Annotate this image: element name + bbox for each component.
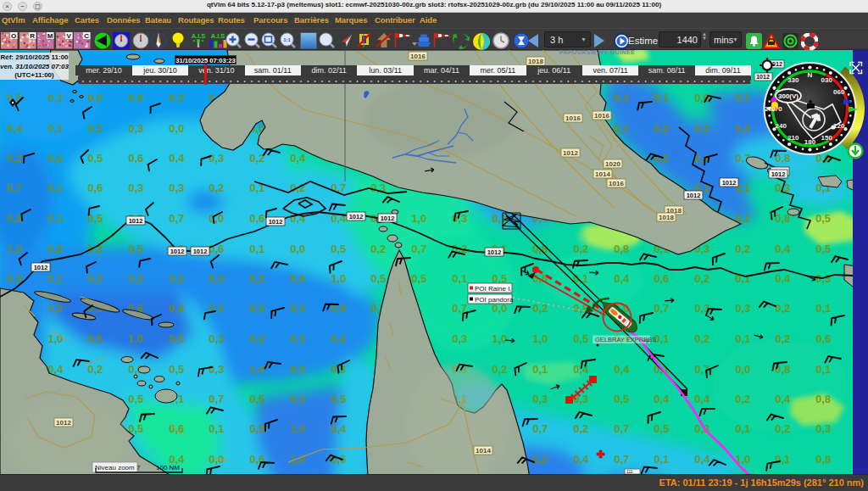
svg-text:0,2: 0,2 bbox=[249, 332, 264, 345]
svg-text:0,1: 0,1 bbox=[654, 92, 669, 104]
svg-text:0,4: 0,4 bbox=[735, 122, 751, 135]
svg-text:0,5: 0,5 bbox=[87, 212, 103, 225]
svg-text:0,6: 0,6 bbox=[290, 272, 305, 285]
svg-text:0,1: 0,1 bbox=[452, 272, 467, 285]
svg-text:0,7: 0,7 bbox=[411, 243, 426, 255]
svg-text:1018: 1018 bbox=[528, 58, 543, 65]
svg-text:0,5: 0,5 bbox=[128, 393, 143, 405]
svg-text:1012: 1012 bbox=[269, 218, 283, 226]
svg-text:1016: 1016 bbox=[410, 53, 426, 60]
svg-text:0,6: 0,6 bbox=[169, 422, 184, 435]
svg-text:060: 060 bbox=[833, 88, 845, 96]
svg-text:0,2: 0,2 bbox=[169, 92, 184, 104]
svg-text:180: 180 bbox=[804, 138, 816, 146]
svg-text:0,3: 0,3 bbox=[128, 122, 143, 135]
svg-text:POI pandora: POI pandora bbox=[475, 296, 514, 304]
svg-text:0,2: 0,2 bbox=[694, 152, 709, 165]
svg-text:1012: 1012 bbox=[34, 264, 48, 271]
svg-text:0,2: 0,2 bbox=[694, 272, 709, 285]
svg-text:0,1: 0,1 bbox=[614, 122, 629, 135]
svg-text:0,8: 0,8 bbox=[775, 212, 790, 225]
svg-text:POI Raine I.: POI Raine I. bbox=[475, 285, 512, 293]
svg-text:0,2: 0,2 bbox=[249, 152, 264, 165]
svg-text:0,2: 0,2 bbox=[775, 332, 790, 345]
svg-text:0,8: 0,8 bbox=[47, 243, 63, 255]
svg-text:0,2: 0,2 bbox=[573, 422, 588, 435]
svg-text:0,1: 0,1 bbox=[775, 453, 790, 466]
svg-text:0,2: 0,2 bbox=[370, 243, 386, 255]
svg-text:M: M bbox=[47, 32, 53, 40]
svg-text:1012: 1012 bbox=[129, 217, 143, 225]
svg-text:1016: 1016 bbox=[594, 112, 609, 120]
svg-text:0,3: 0,3 bbox=[735, 302, 750, 315]
svg-text:0,2: 0,2 bbox=[532, 302, 548, 315]
svg-text:0,7: 0,7 bbox=[532, 422, 548, 435]
svg-text:0,5: 0,5 bbox=[290, 363, 305, 376]
svg-text:0,4: 0,4 bbox=[775, 272, 791, 285]
svg-text:A.I.S: A.I.S bbox=[211, 32, 225, 40]
svg-text:1,0: 1,0 bbox=[47, 332, 63, 345]
svg-text:0,1: 0,1 bbox=[47, 181, 63, 194]
svg-text:0,0: 0,0 bbox=[735, 363, 750, 376]
svg-text:0,5: 0,5 bbox=[169, 363, 184, 376]
svg-text:0,1: 0,1 bbox=[47, 272, 63, 285]
svg-text:0,2: 0,2 bbox=[87, 363, 103, 376]
svg-text:1,0: 1,0 bbox=[249, 363, 264, 376]
svg-text:240: 240 bbox=[776, 122, 787, 130]
svg-text:0,4: 0,4 bbox=[654, 393, 670, 405]
svg-text:0,2: 0,2 bbox=[492, 363, 507, 376]
svg-text:0,4: 0,4 bbox=[694, 393, 710, 405]
svg-text:0,5: 0,5 bbox=[331, 243, 346, 255]
svg-text:N: N bbox=[808, 71, 813, 79]
svg-text:0,2: 0,2 bbox=[694, 332, 709, 345]
svg-text:0,4: 0,4 bbox=[169, 302, 185, 315]
svg-text:1012: 1012 bbox=[381, 215, 395, 222]
svg-text:0,5: 0,5 bbox=[249, 393, 264, 405]
svg-text:1,0: 1,0 bbox=[290, 422, 305, 435]
svg-text:R: R bbox=[30, 32, 35, 40]
svg-text:0,8: 0,8 bbox=[815, 453, 831, 466]
svg-text:0,5: 0,5 bbox=[573, 332, 588, 345]
svg-text:0,8: 0,8 bbox=[815, 393, 831, 405]
svg-text:0,1: 0,1 bbox=[815, 302, 831, 315]
svg-text:0,1: 0,1 bbox=[47, 92, 63, 104]
svg-text:1,0: 1,0 bbox=[331, 272, 346, 285]
svg-text:0,5: 0,5 bbox=[411, 272, 426, 285]
svg-text:0,5: 0,5 bbox=[249, 302, 264, 315]
svg-text:0,3: 0,3 bbox=[128, 272, 143, 285]
svg-text:1012: 1012 bbox=[771, 170, 786, 178]
svg-text:1012: 1012 bbox=[349, 213, 364, 220]
svg-text:0,4: 0,4 bbox=[331, 422, 347, 435]
svg-text:0,3: 0,3 bbox=[815, 422, 831, 435]
svg-text:030: 030 bbox=[821, 76, 833, 84]
svg-text:0,5: 0,5 bbox=[249, 422, 264, 435]
svg-text:1012: 1012 bbox=[756, 74, 770, 80]
svg-text:0,3: 0,3 bbox=[209, 363, 224, 376]
svg-text:0,5: 0,5 bbox=[654, 422, 669, 435]
svg-text:300(V): 300(V) bbox=[778, 92, 798, 100]
svg-text:0,7: 0,7 bbox=[7, 181, 22, 194]
svg-text:0,4: 0,4 bbox=[7, 122, 23, 135]
svg-text:1,0: 1,0 bbox=[128, 332, 143, 345]
svg-text:0,7: 0,7 bbox=[614, 422, 629, 435]
svg-text:0,6: 0,6 bbox=[249, 453, 264, 466]
svg-text:0,2: 0,2 bbox=[694, 122, 709, 135]
svg-text:O: O bbox=[11, 32, 16, 40]
svg-text:0,5: 0,5 bbox=[128, 243, 143, 255]
svg-text:0,8: 0,8 bbox=[7, 212, 22, 225]
svg-text:0,4: 0,4 bbox=[573, 453, 589, 466]
svg-text:0,6: 0,6 bbox=[87, 181, 103, 194]
svg-text:1014: 1014 bbox=[595, 170, 610, 178]
svg-text:0,4: 0,4 bbox=[614, 272, 630, 285]
svg-text:0,2: 0,2 bbox=[775, 422, 790, 435]
svg-text:0,3: 0,3 bbox=[532, 393, 548, 405]
svg-text:0,2: 0,2 bbox=[573, 243, 588, 255]
svg-text:0,3: 0,3 bbox=[209, 152, 224, 165]
svg-text:1014: 1014 bbox=[476, 447, 491, 455]
svg-text:0,5: 0,5 bbox=[290, 332, 305, 345]
svg-text:1012: 1012 bbox=[56, 419, 71, 427]
svg-text:1012: 1012 bbox=[170, 248, 185, 255]
svg-text:0,4: 0,4 bbox=[614, 363, 630, 376]
svg-text:0,1: 0,1 bbox=[249, 243, 264, 255]
svg-text:0,5: 0,5 bbox=[87, 332, 103, 345]
